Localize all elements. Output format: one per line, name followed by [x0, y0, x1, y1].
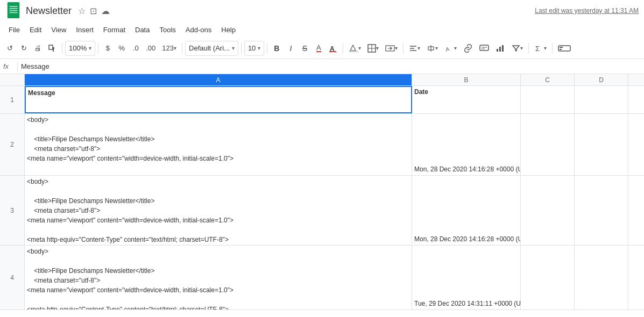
text-color-button[interactable]: A: [326, 41, 340, 56]
bold-button[interactable]: B: [270, 41, 283, 56]
cell-c2[interactable]: [521, 114, 575, 175]
comment-button[interactable]: [477, 41, 492, 56]
font-size-dropdown[interactable]: 10 ▾: [244, 41, 264, 56]
undo-button[interactable]: ↺: [3, 41, 16, 56]
number-format-button[interactable]: 123 ▾: [159, 41, 179, 56]
functions-button[interactable]: Σ ▾: [532, 41, 549, 56]
cell-b1[interactable]: Date: [412, 86, 521, 113]
font-family-dropdown[interactable]: Default (Ari... ▾: [185, 41, 238, 56]
col-header-a[interactable]: A: [25, 74, 412, 85]
input-tools-button[interactable]: [555, 41, 574, 56]
toolbar-sep-5: [267, 43, 267, 54]
toolbar-sep-2: [98, 43, 98, 54]
col-header-b[interactable]: B: [412, 74, 521, 85]
cell-b3[interactable]: Mon, 28 Dec 2020 14:16:28 +0000 (UTC): [412, 176, 521, 245]
toolbar-sep-8: [528, 43, 529, 54]
col-header-c[interactable]: C: [521, 74, 575, 85]
svg-rect-8: [349, 51, 358, 52]
font-size-value: 10: [248, 44, 256, 52]
toolbar: ↺ ↻ 🖨 100% ▾ $ % .0 .00 123 ▾ Default (A…: [0, 38, 644, 59]
halign-button[interactable]: ▾: [406, 41, 423, 56]
cell-d3[interactable]: [575, 176, 628, 245]
menu-view[interactable]: View: [47, 24, 70, 36]
paint-format-button[interactable]: [45, 41, 59, 56]
fill-color-button[interactable]: ▾: [346, 41, 364, 56]
zoom-chevron: ▾: [89, 45, 91, 51]
link-button[interactable]: [461, 41, 476, 56]
cell-e1[interactable]: [628, 86, 644, 113]
svg-rect-3: [10, 10, 18, 11]
title-bar: Newsletter ☆ ⊡ ☁ Last edit was yesterday…: [0, 0, 644, 21]
toolbar-sep-6: [343, 43, 343, 54]
menu-help[interactable]: Help: [217, 24, 240, 36]
svg-rect-26: [558, 46, 570, 51]
font-chevron: ▾: [232, 45, 235, 51]
toolbar-sep-7: [403, 43, 404, 54]
formula-divider: [17, 62, 18, 71]
cell-c1[interactable]: [521, 86, 575, 113]
cell-b2[interactable]: Mon, 28 Dec 2020 14:16:28 +0000 (UTC): [412, 114, 521, 175]
grid-body: 1 Message Date 2 <body> <title>Filipe De…: [0, 86, 644, 310]
formula-content: Message: [21, 62, 641, 70]
menu-bar: File Edit View Insert Format Data Tools …: [0, 21, 644, 38]
cell-d2[interactable]: [575, 114, 628, 175]
menu-format[interactable]: Format: [99, 24, 130, 36]
app-logo: [5, 2, 22, 20]
menu-insert[interactable]: Insert: [72, 24, 98, 36]
doc-title: Newsletter: [26, 5, 72, 17]
star-icon[interactable]: ☆: [78, 6, 86, 16]
col-header-e[interactable]: E: [628, 74, 644, 85]
cell-c4[interactable]: [521, 246, 575, 309]
strikethrough-button[interactable]: S: [298, 41, 311, 56]
print-button[interactable]: 🖨: [31, 41, 44, 56]
menu-data[interactable]: Data: [131, 24, 154, 36]
borders-button[interactable]: ▾: [365, 41, 381, 56]
svg-rect-24: [502, 45, 504, 52]
cell-a3[interactable]: <body> <title>Filipe Deschamps Newslette…: [25, 176, 412, 245]
cell-a1[interactable]: Message: [25, 86, 412, 113]
decimal-minus-button[interactable]: .0: [129, 41, 142, 56]
currency-button[interactable]: $: [101, 41, 114, 56]
formula-bar: fx Message: [0, 59, 644, 74]
svg-rect-5: [49, 45, 53, 49]
redo-button[interactable]: ↻: [17, 41, 30, 56]
svg-rect-4: [10, 12, 18, 13]
toolbar-sep-3: [182, 43, 182, 54]
cell-e3[interactable]: [628, 176, 644, 245]
underline-button[interactable]: A: [312, 41, 325, 56]
italic-button[interactable]: I: [284, 41, 297, 56]
cell-e2[interactable]: [628, 114, 644, 175]
toolbar-sep-1: [62, 43, 62, 54]
svg-rect-23: [499, 47, 501, 52]
col-header-d[interactable]: D: [575, 74, 628, 85]
folder-icon[interactable]: ⊡: [90, 6, 97, 16]
row-num-4: 4: [0, 246, 25, 309]
cell-a2[interactable]: <body> <title>Filipe Deschamps Newslette…: [25, 114, 412, 175]
spreadsheet: A B C D E 1 Message Date 2 <body> <title…: [0, 74, 644, 310]
title-icons: ☆ ⊡ ☁: [78, 6, 110, 16]
decimal-plus-button[interactable]: .00: [143, 41, 158, 56]
menu-edit[interactable]: Edit: [25, 24, 46, 36]
toolbar-sep-4: [241, 43, 242, 54]
menu-file[interactable]: File: [4, 24, 24, 36]
merge-cells-button[interactable]: ▾: [383, 41, 400, 56]
svg-rect-2: [10, 8, 18, 9]
cell-e4[interactable]: [628, 246, 644, 309]
cell-a4[interactable]: <body> <title>Filipe Deschamps Newslette…: [25, 246, 412, 309]
chart-button[interactable]: [493, 41, 508, 56]
percent-button[interactable]: %: [115, 41, 128, 56]
menu-tools[interactable]: Tools: [155, 24, 180, 36]
cell-d4[interactable]: [575, 246, 628, 309]
zoom-value: 100%: [69, 44, 87, 52]
cloud-icon[interactable]: ☁: [101, 6, 110, 16]
menu-addons[interactable]: Add-ons: [181, 24, 216, 36]
cell-d1[interactable]: [575, 86, 628, 113]
text-rotate-button[interactable]: A ▾: [442, 41, 459, 56]
cell-b4[interactable]: Tue, 29 Dec 2020 14:31:11 +0000 (UTC): [412, 246, 521, 309]
table-row: 3 <body> <title>Filipe Deschamps Newslet…: [0, 176, 644, 246]
valign-button[interactable]: ▾: [424, 41, 441, 56]
table-row: 2 <body> <title>Filipe Deschamps Newslet…: [0, 114, 644, 176]
zoom-dropdown[interactable]: 100% ▾: [65, 41, 95, 56]
filter-button[interactable]: ▾: [509, 41, 526, 56]
cell-c3[interactable]: [521, 176, 575, 245]
